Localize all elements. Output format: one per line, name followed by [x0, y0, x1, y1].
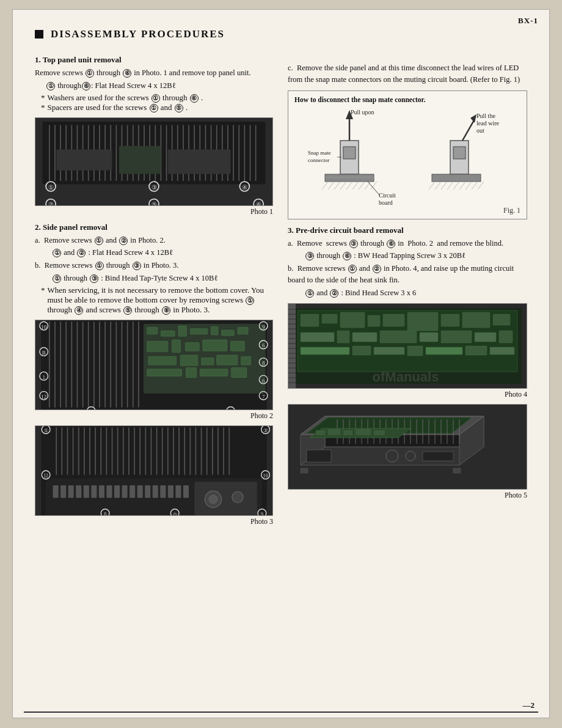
svg-text:board: board — [379, 199, 393, 205]
photo-5-container: Photo 5 — [288, 404, 527, 500]
svg-rect-304 — [423, 452, 453, 461]
svg-point-174 — [232, 491, 243, 502]
svg-line-222 — [465, 182, 472, 189]
svg-rect-95 — [232, 367, 247, 377]
diagram-title: How to disconnect the snap mate connecto… — [294, 96, 520, 103]
svg-line-196 — [328, 182, 334, 189]
svg-text:③: ③ — [263, 428, 268, 433]
svg-rect-310 — [343, 430, 352, 435]
svg-text:2: 2 — [229, 408, 232, 409]
svg-rect-242 — [352, 333, 377, 342]
svg-rect-241 — [337, 331, 349, 343]
fig-1-label: Fig. 1 — [294, 206, 520, 215]
section-3-title: 3. Pre-drive circuit board removal — [288, 226, 527, 235]
svg-rect-190 — [343, 147, 356, 159]
svg-line-224 — [478, 182, 484, 189]
svg-line-202 — [365, 182, 371, 189]
svg-text:①: ① — [44, 428, 48, 433]
svg-point-303 — [406, 451, 415, 461]
svg-rect-243 — [380, 331, 417, 343]
section-1-bullet1: Washers are used for the screws ① throug… — [41, 93, 273, 103]
svg-rect-244 — [420, 333, 438, 342]
svg-rect-247 — [499, 331, 513, 343]
section-1-title: 1. Top panel unit removal — [35, 55, 273, 65]
svg-line-223 — [472, 182, 478, 189]
photo-1-container: ① ③ ④ ② ⑤ ⑥ — [35, 117, 273, 216]
svg-rect-161 — [114, 485, 120, 498]
svg-point-302 — [386, 450, 398, 462]
svg-rect-305 — [301, 468, 308, 473]
svg-rect-248 — [301, 347, 349, 355]
photo-1-label: Photo 1 — [35, 207, 273, 216]
svg-line-195 — [322, 182, 328, 189]
svg-rect-171 — [194, 482, 257, 515]
svg-text:Circuit: Circuit — [379, 192, 396, 199]
svg-line-219 — [447, 182, 453, 189]
photo-5-svg — [288, 405, 527, 489]
svg-rect-165 — [145, 485, 150, 498]
svg-rect-160 — [106, 485, 112, 498]
section-2b-sub: ① through ③ : Bind Head Tap-Tyte Screw 4… — [52, 273, 273, 284]
photo-2: 10 B 1 9 6 8 6 — [35, 320, 273, 410]
circ-6b: ⑥ — [82, 82, 90, 90]
svg-text:②: ② — [48, 201, 54, 205]
photo-2-container: 10 B 1 9 6 8 6 — [35, 320, 273, 421]
svg-rect-92 — [147, 369, 182, 375]
svg-line-220 — [453, 182, 459, 189]
svg-text:12: 12 — [43, 473, 48, 479]
svg-rect-77 — [178, 326, 187, 336]
photo-5-inner — [288, 405, 527, 489]
svg-text:1: 1 — [42, 373, 45, 380]
svg-text:ofManuals: ofManuals — [373, 369, 439, 384]
svg-rect-82 — [147, 341, 168, 351]
svg-rect-153 — [53, 485, 59, 498]
svg-rect-93 — [186, 367, 196, 377]
svg-rect-156 — [76, 485, 81, 498]
section-3a: a. Remove screws ③ through ⑥ in Photo. 2… — [288, 238, 527, 249]
page-id: BX-1 — [518, 16, 538, 26]
photo-4: ofManuals — [288, 303, 527, 389]
photo-3-container: ① ③ 12 8 ⊙ 9 10 — [35, 425, 273, 526]
svg-rect-170 — [183, 485, 189, 498]
photo-3-inner: ① ③ 12 8 ⊙ 9 10 — [35, 426, 272, 515]
section-1: 1. Top panel unit removal Remove screws … — [35, 55, 273, 112]
svg-rect-154 — [60, 485, 66, 498]
photo-4-container: ofManuals Photo 4 — [288, 303, 527, 399]
photo-1: ① ③ ④ ② ⑤ ⑥ — [35, 117, 273, 206]
photo-4-label: Photo 4 — [288, 390, 527, 399]
svg-rect-234 — [368, 315, 380, 326]
svg-point-173 — [209, 495, 217, 504]
section-3b: b. Remove screws ① and ② in Photo. 4, an… — [288, 263, 527, 286]
main-title: DISASSEMBLY PROCEDURES — [35, 28, 527, 40]
svg-text:connector: connector — [308, 157, 329, 163]
svg-rect-94 — [200, 369, 228, 375]
photo-3: ① ③ 12 8 ⊙ 9 10 — [35, 425, 273, 516]
svg-rect-301 — [307, 450, 331, 462]
svg-text:⊙: ⊙ — [173, 512, 177, 515]
svg-text:⊙: ⊙ — [89, 408, 93, 409]
svg-rect-54 — [168, 149, 231, 174]
svg-rect-232 — [322, 314, 337, 323]
svg-rect-167 — [160, 485, 166, 498]
svg-line-217 — [435, 182, 441, 189]
section-2b: b. Remove screws ① through ③ in Photo. 3… — [35, 260, 273, 271]
svg-rect-80 — [222, 330, 235, 336]
svg-text:10: 10 — [263, 473, 268, 479]
svg-rect-163 — [130, 485, 135, 498]
svg-text:8: 8 — [104, 512, 106, 515]
bottom-border — [24, 711, 538, 713]
title-text: DISASSEMBLY PROCEDURES — [51, 28, 225, 40]
svg-rect-168 — [168, 485, 173, 498]
section-c: c. Remove the side panel and at this tim… — [288, 62, 527, 86]
svg-rect-245 — [441, 331, 472, 343]
svg-rect-75 — [147, 327, 158, 334]
photo-5-label: Photo 5 — [288, 491, 527, 500]
svg-rect-235 — [383, 314, 404, 326]
content-columns: 1. Top panel unit removal Remove screws … — [35, 49, 527, 529]
svg-rect-162 — [122, 485, 128, 498]
svg-rect-79 — [211, 326, 218, 335]
photo-4-inner: ofManuals — [288, 304, 527, 388]
svg-rect-81 — [238, 327, 248, 334]
svg-line-199 — [346, 182, 352, 189]
svg-rect-166 — [153, 485, 158, 498]
